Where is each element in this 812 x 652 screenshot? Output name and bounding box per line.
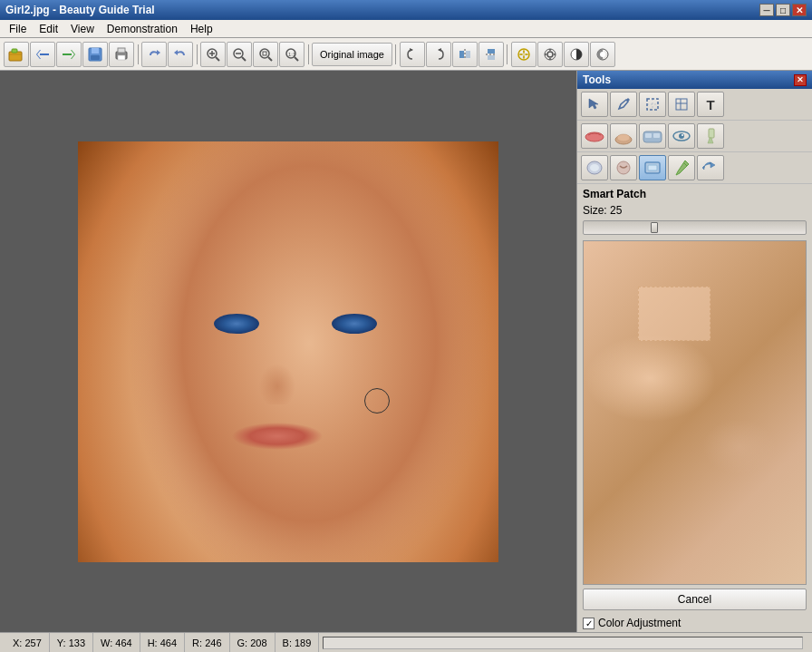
blur-tool-button[interactable] [581, 155, 608, 180]
status-bar: X: 257 Y: 133 W: 464 H: 464 R: 246 G: 20… [0, 632, 812, 652]
zoom-fit-button[interactable] [253, 42, 278, 67]
redo-button[interactable] [168, 42, 193, 67]
status-r: R: 246 [185, 633, 229, 652]
face-area [78, 141, 498, 562]
zoom-out-button[interactable] [227, 42, 252, 67]
separator-5 [505, 42, 510, 67]
menu-help[interactable]: Help [185, 21, 218, 37]
svg-line-13 [216, 57, 219, 61]
print-button[interactable] [109, 42, 134, 67]
status-h: H: 464 [140, 633, 185, 652]
zoom-in-button[interactable] [200, 42, 226, 67]
svg-line-23 [295, 57, 298, 61]
rect-select-tool-button[interactable] [639, 92, 666, 117]
cancel-button[interactable]: Cancel [583, 589, 807, 610]
color-adjustment-label: Color Adjustment [598, 617, 681, 629]
effects2-button[interactable] [537, 42, 563, 67]
title-bar-buttons: ─ □ ✕ [759, 4, 807, 16]
svg-rect-55 [645, 133, 652, 138]
pen-tool-button[interactable] [610, 92, 637, 117]
effects1-button[interactable] [511, 42, 536, 67]
svg-rect-31 [488, 55, 495, 60]
separator-4 [393, 42, 399, 67]
nose [255, 359, 300, 404]
minimize-button[interactable]: ─ [759, 4, 774, 16]
menu-demonstration[interactable]: Demonstration [102, 21, 183, 37]
zoom-100-button[interactable]: 1:1 [279, 42, 304, 67]
toolbar: 1:1 Original image [0, 38, 812, 71]
menu-file[interactable]: File [4, 21, 32, 37]
tools-close-button[interactable]: ✕ [794, 74, 807, 86]
svg-rect-8 [91, 55, 100, 60]
tools-toolbar-2 [577, 121, 812, 152]
eye-tool-button[interactable] [668, 123, 695, 149]
close-button[interactable]: ✕ [792, 4, 807, 16]
grid-select-tool-button[interactable] [668, 92, 695, 117]
open-button[interactable] [4, 42, 29, 67]
status-progress [323, 637, 803, 649]
svg-rect-5 [63, 54, 72, 55]
eyedropper-tool-button[interactable] [668, 155, 695, 180]
preview-area [583, 240, 807, 585]
undo-button[interactable] [141, 42, 167, 67]
menu-bar: File Edit View Demonstration Help [0, 20, 812, 38]
back-arrow-tool-button[interactable] [697, 155, 724, 180]
eyeshadow-tool-button[interactable] [639, 123, 666, 149]
color-adjustment-row: ✓ Color Adjustment [577, 614, 812, 632]
svg-rect-30 [488, 49, 495, 54]
image-container[interactable] [78, 141, 498, 562]
canvas-area[interactable] [0, 71, 576, 632]
original-image-button[interactable]: Original image [312, 43, 392, 66]
slider-thumb[interactable] [651, 222, 658, 233]
preview-patch [638, 287, 710, 341]
svg-text:1:1: 1:1 [288, 52, 296, 57]
separator-1 [135, 42, 140, 67]
maximize-button[interactable]: □ [776, 4, 790, 16]
main-image[interactable] [78, 141, 498, 562]
svg-point-53 [617, 134, 630, 141]
status-b: B: 189 [276, 633, 320, 652]
menu-view[interactable]: View [65, 21, 100, 37]
svg-marker-43 [589, 99, 598, 109]
back-button[interactable] [30, 42, 55, 67]
save-button[interactable] [82, 42, 108, 67]
tools-toolbar-1: T [577, 89, 812, 121]
size-slider-container [577, 219, 812, 237]
svg-rect-1 [12, 49, 17, 53]
svg-point-42 [600, 52, 605, 57]
paint-tool-button[interactable] [697, 123, 724, 149]
arrow-tool-button[interactable] [581, 92, 608, 117]
contrast-button[interactable] [564, 42, 589, 67]
eye-left [214, 314, 259, 334]
tools-header: Tools ✕ [577, 71, 812, 89]
title-bar: Girl2.jpg - Beauty Guide Trial ─ □ ✕ [0, 0, 812, 20]
rotate-ccw-button[interactable] [400, 42, 425, 67]
lips [232, 423, 323, 450]
svg-rect-28 [466, 51, 470, 58]
svg-marker-26 [438, 48, 441, 52]
tools-title: Tools [583, 73, 611, 86]
svg-marker-25 [410, 48, 413, 52]
foundation-tool-button[interactable] [610, 123, 637, 149]
rotate-cw-button[interactable] [426, 42, 451, 67]
lip-tool-button[interactable] [581, 123, 608, 149]
preview-image [584, 241, 806, 584]
smudge-tool-button[interactable] [610, 155, 637, 180]
patch-tool-button[interactable] [639, 155, 666, 180]
svg-line-17 [242, 57, 246, 61]
color-adjustment-checkbox[interactable]: ✓ [583, 618, 594, 629]
svg-rect-10 [118, 48, 125, 53]
flip-v-button[interactable] [478, 42, 504, 67]
flip-h-button[interactable] [452, 42, 478, 67]
title-text: Girl2.jpg - Beauty Guide Trial [5, 4, 155, 16]
hue-button[interactable] [590, 42, 615, 67]
svg-line-20 [268, 57, 272, 61]
text-tool-button[interactable]: T [697, 92, 724, 117]
svg-point-34 [547, 52, 553, 57]
separator-2 [194, 42, 199, 67]
svg-rect-65 [648, 165, 657, 170]
separator-3 [305, 42, 311, 67]
forward-button[interactable] [56, 42, 82, 67]
size-slider[interactable] [583, 220, 807, 235]
menu-edit[interactable]: Edit [34, 21, 63, 37]
